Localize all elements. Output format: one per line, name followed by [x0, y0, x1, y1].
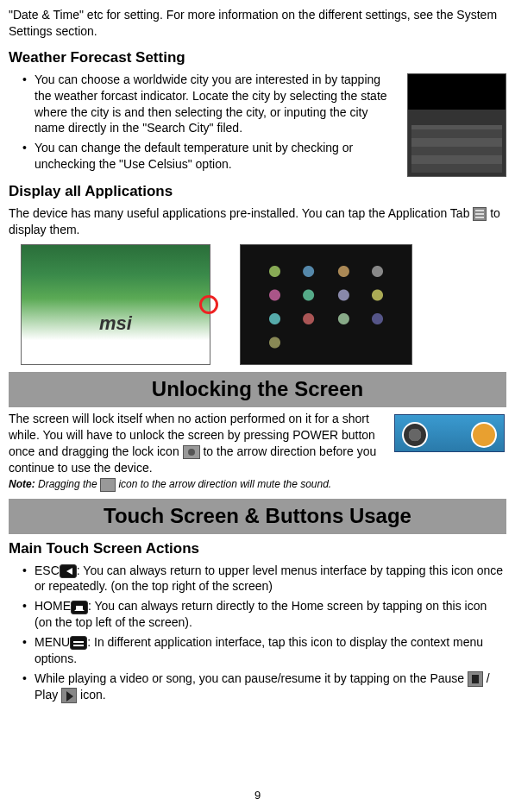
- unlocking-note: Note: Dragging the icon to the arrow dir…: [9, 477, 506, 492]
- red-circle-highlight: [199, 295, 218, 314]
- pause-icon: [468, 671, 483, 687]
- apps-grid-screenshot: [240, 244, 412, 365]
- menu-icon: [70, 636, 87, 650]
- speaker-icon: [100, 478, 116, 492]
- weather-bullet: You can change the default temperature u…: [22, 140, 506, 173]
- esc-icon: [60, 564, 77, 578]
- home-icon: [71, 601, 88, 614]
- play-pause-action: While playing a video or song, you can p…: [22, 670, 506, 704]
- lock-bar-screenshot: [394, 414, 505, 452]
- menu-action: MENU: In different application interface…: [22, 634, 506, 667]
- app-tab-icon: [473, 207, 487, 221]
- display-apps-text: The device has many useful applications …: [9, 205, 506, 238]
- touch-banner: Touch Screen & Buttons Usage: [9, 499, 506, 533]
- unlocking-banner: Unlocking the Screen: [9, 372, 506, 406]
- weather-heading: Weather Forecast Setting: [9, 48, 506, 68]
- display-apps-heading: Display all Applications: [9, 182, 506, 202]
- desktop-screenshot: [21, 244, 210, 365]
- touch-actions-heading: Main Touch Screen Actions: [9, 539, 506, 559]
- home-action: HOME: You can always return directly to …: [22, 598, 506, 631]
- esc-action: ESC: You can always return to upper leve…: [22, 563, 506, 595]
- page-number: 9: [0, 788, 515, 803]
- intro-paragraph: "Date & Time" etc for setting. For more …: [9, 7, 506, 40]
- weather-bullet: You can choose a worldwide city you are …: [22, 72, 506, 137]
- play-icon: [61, 688, 77, 703]
- lock-icon: [183, 445, 200, 459]
